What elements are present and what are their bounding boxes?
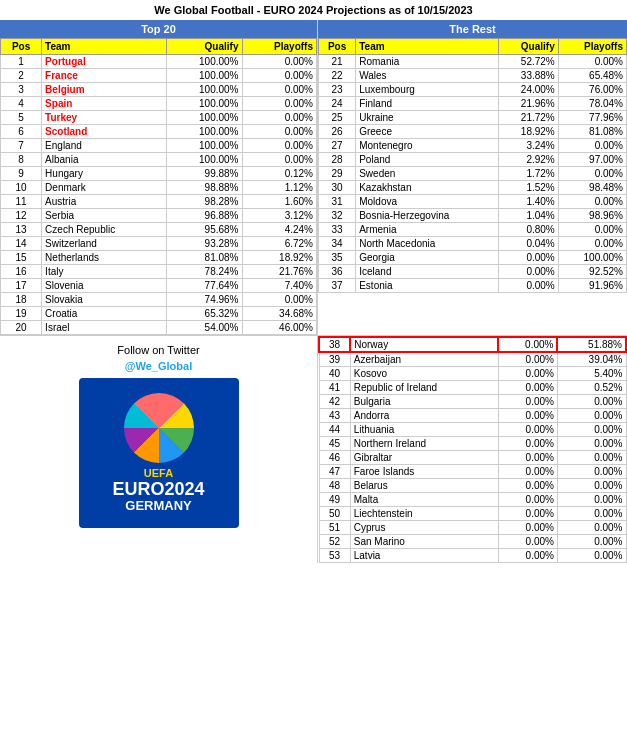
pos-cell: 5 bbox=[1, 111, 42, 125]
top20-table: Pos Team Qualify Playoffs 1 Portugal 100… bbox=[0, 38, 317, 335]
qualify-cell: 100.00% bbox=[167, 69, 242, 83]
playoffs-cell: 92.52% bbox=[558, 265, 626, 279]
qualify-cell: 21.72% bbox=[498, 111, 558, 125]
qualify-cell: 3.24% bbox=[498, 139, 558, 153]
qualify-cell: 0.00% bbox=[498, 395, 557, 409]
team-cell: Andorra bbox=[350, 409, 498, 423]
team-cell: Cyprus bbox=[350, 521, 498, 535]
rest-col-playoffs: Playoffs bbox=[558, 39, 626, 55]
team-cell: Gibraltar bbox=[350, 451, 498, 465]
qualify-cell: 100.00% bbox=[167, 139, 242, 153]
table-row: 5 Turkey 100.00% 0.00% bbox=[1, 111, 317, 125]
qualify-cell: 100.00% bbox=[167, 111, 242, 125]
pos-cell: 40 bbox=[319, 367, 350, 381]
team-cell: Israel bbox=[42, 321, 167, 335]
euro-circle-icon bbox=[124, 393, 194, 463]
norway-row: 38 Norway 0.00% 51.88% bbox=[319, 337, 626, 352]
playoffs-cell: 0.00% bbox=[242, 111, 317, 125]
playoffs-cell: 0.00% bbox=[242, 293, 317, 307]
team-cell: Austria bbox=[42, 195, 167, 209]
playoffs-cell: 7.40% bbox=[242, 279, 317, 293]
qualify-cell: 52.72% bbox=[498, 55, 558, 69]
team-cell: Sweden bbox=[356, 167, 498, 181]
pos-cell: 3 bbox=[1, 83, 42, 97]
table-row: 53 Latvia 0.00% 0.00% bbox=[319, 549, 626, 563]
team-cell: Armenia bbox=[356, 223, 498, 237]
playoffs-cell: 0.00% bbox=[558, 167, 626, 181]
pos-cell: 44 bbox=[319, 423, 350, 437]
rest-col-pos: Pos bbox=[319, 39, 356, 55]
table-row: 46 Gibraltar 0.00% 0.00% bbox=[319, 451, 626, 465]
qualify-cell: 0.00% bbox=[498, 549, 557, 563]
rest-header: The Rest bbox=[318, 20, 627, 38]
pos-cell: 49 bbox=[319, 493, 350, 507]
playoffs-cell: 0.00% bbox=[557, 465, 626, 479]
pos-cell: 34 bbox=[319, 237, 356, 251]
team-cell: Netherlands bbox=[42, 251, 167, 265]
top20-col-qualify: Qualify bbox=[167, 39, 242, 55]
table-row: 2 France 100.00% 0.00% bbox=[1, 69, 317, 83]
qualify-cell: 74.96% bbox=[167, 293, 242, 307]
team-cell: Bosnia-Herzegovina bbox=[356, 209, 498, 223]
table-row: 15 Netherlands 81.08% 18.92% bbox=[1, 251, 317, 265]
pos-cell: 9 bbox=[1, 167, 42, 181]
playoffs-cell: 5.40% bbox=[557, 367, 626, 381]
pos-cell: 48 bbox=[319, 479, 350, 493]
left-bottom: Follow on Twitter @We_Global UEFA EURO20… bbox=[0, 335, 318, 563]
playoffs-cell: 0.00% bbox=[558, 195, 626, 209]
team-cell: Denmark bbox=[42, 181, 167, 195]
playoffs-cell: 0.00% bbox=[557, 549, 626, 563]
pos-cell: 39 bbox=[319, 352, 350, 367]
twitter-text: Follow on Twitter bbox=[4, 344, 313, 356]
table-row: 48 Belarus 0.00% 0.00% bbox=[319, 479, 626, 493]
team-cell: Albania bbox=[42, 153, 167, 167]
table-row: 34 North Macedonia 0.04% 0.00% bbox=[319, 237, 627, 251]
pos-cell: 37 bbox=[319, 279, 356, 293]
qualify-cell: 0.00% bbox=[498, 479, 557, 493]
team-cell: Moldova bbox=[356, 195, 498, 209]
table-row: 19 Croatia 65.32% 34.68% bbox=[1, 307, 317, 321]
pos-cell: 7 bbox=[1, 139, 42, 153]
table-row: 21 Romania 52.72% 0.00% bbox=[319, 55, 627, 69]
pos-cell: 53 bbox=[319, 549, 350, 563]
pos-cell: 15 bbox=[1, 251, 42, 265]
pos-cell: 4 bbox=[1, 97, 42, 111]
table-row: 23 Luxembourg 24.00% 76.00% bbox=[319, 83, 627, 97]
team-cell: Bulgaria bbox=[350, 395, 498, 409]
pos-cell: 28 bbox=[319, 153, 356, 167]
pos-cell: 33 bbox=[319, 223, 356, 237]
pos-cell: 17 bbox=[1, 279, 42, 293]
pos-cell: 46 bbox=[319, 451, 350, 465]
table-row: 45 Northern Ireland 0.00% 0.00% bbox=[319, 437, 626, 451]
qualify-cell: 1.72% bbox=[498, 167, 558, 181]
rest-continued-table: 38 Norway 0.00% 51.88% 39 Azerbaijan 0.0… bbox=[318, 336, 627, 563]
table-row: 12 Serbia 96.88% 3.12% bbox=[1, 209, 317, 223]
pos-cell: 45 bbox=[319, 437, 350, 451]
team-cell: Greece bbox=[356, 125, 498, 139]
team-cell: Romania bbox=[356, 55, 498, 69]
table-row: 41 Republic of Ireland 0.00% 0.52% bbox=[319, 381, 626, 395]
team-cell: Italy bbox=[42, 265, 167, 279]
team-cell: Scotland bbox=[42, 125, 167, 139]
pos-cell: 23 bbox=[319, 83, 356, 97]
qualify-cell: 98.28% bbox=[167, 195, 242, 209]
team-cell: Latvia bbox=[350, 549, 498, 563]
team-cell: Croatia bbox=[42, 307, 167, 321]
table-row: 32 Bosnia-Herzegovina 1.04% 98.96% bbox=[319, 209, 627, 223]
qualify-cell: 65.32% bbox=[167, 307, 242, 321]
team-cell: Malta bbox=[350, 493, 498, 507]
playoffs-cell: 0.00% bbox=[242, 139, 317, 153]
playoffs-cell: 81.08% bbox=[558, 125, 626, 139]
qualify-cell: 0.00% bbox=[498, 451, 557, 465]
table-row: 33 Armenia 0.80% 0.00% bbox=[319, 223, 627, 237]
qualify-cell: 95.68% bbox=[167, 223, 242, 237]
pos-cell: 13 bbox=[1, 223, 42, 237]
qualify-cell: 78.24% bbox=[167, 265, 242, 279]
pos-cell: 35 bbox=[319, 251, 356, 265]
team-cell: France bbox=[42, 69, 167, 83]
twitter-handle[interactable]: @We_Global bbox=[4, 360, 313, 372]
top20-panel: Top 20 Pos Team Qualify Playoffs 1 Portu… bbox=[0, 20, 318, 335]
top20-header: Top 20 bbox=[0, 20, 317, 38]
playoffs-cell: 0.00% bbox=[242, 69, 317, 83]
qualify-cell: 96.88% bbox=[167, 209, 242, 223]
